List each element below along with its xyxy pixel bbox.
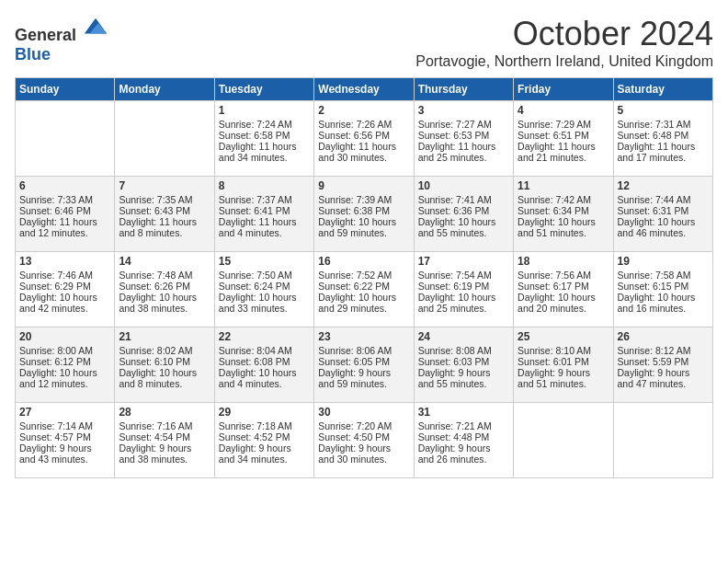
day-info: and 55 minutes.: [418, 227, 509, 238]
day-info: Sunrise: 7:52 AM: [318, 270, 409, 281]
day-info: Daylight: 9 hours: [318, 442, 409, 454]
weekday-header: Saturday: [613, 78, 712, 101]
day-info: and 43 minutes.: [19, 454, 110, 465]
day-info: Sunset: 6:01 PM: [518, 356, 609, 367]
day-info: Daylight: 9 hours: [418, 367, 509, 378]
calendar-cell: 3Sunrise: 7:27 AMSunset: 6:53 PMDaylight…: [414, 101, 513, 177]
day-info: Sunset: 6:29 PM: [19, 281, 110, 292]
day-info: Sunset: 6:36 PM: [418, 205, 509, 216]
day-info: and 26 minutes.: [418, 454, 509, 465]
day-info: and 38 minutes.: [119, 454, 210, 465]
calendar-cell: [16, 101, 115, 177]
day-info: Daylight: 10 hours: [19, 367, 110, 378]
calendar-week-row: 1Sunrise: 7:24 AMSunset: 6:58 PMDaylight…: [16, 101, 713, 177]
calendar-cell: 19Sunrise: 7:58 AMSunset: 6:15 PMDayligh…: [613, 252, 712, 327]
day-info: Daylight: 11 hours: [219, 141, 310, 152]
month-title: October 2024: [415, 15, 713, 53]
day-info: and 59 minutes.: [318, 378, 409, 389]
day-info: and 25 minutes.: [418, 303, 509, 314]
logo: General Blue: [15, 15, 108, 64]
calendar-cell: 10Sunrise: 7:41 AMSunset: 6:36 PMDayligh…: [414, 177, 513, 252]
day-info: Daylight: 11 hours: [418, 141, 509, 152]
calendar-cell: [613, 403, 712, 478]
day-info: Daylight: 9 hours: [318, 367, 409, 378]
calendar-cell: 2Sunrise: 7:26 AMSunset: 6:56 PMDaylight…: [314, 101, 414, 177]
day-info: Sunset: 6:38 PM: [318, 205, 409, 216]
day-info: Daylight: 10 hours: [618, 216, 709, 227]
day-number: 23: [318, 330, 409, 343]
day-number: 17: [418, 255, 509, 268]
day-info: Sunset: 6:17 PM: [518, 281, 609, 292]
day-info: and 34 minutes.: [219, 152, 310, 163]
day-info: and 20 minutes.: [518, 303, 609, 314]
day-number: 24: [418, 330, 509, 343]
day-info: Daylight: 10 hours: [518, 292, 609, 303]
day-number: 12: [618, 179, 709, 192]
logo-text: General Blue: [15, 15, 108, 64]
logo-general: General: [15, 26, 76, 44]
day-info: and 12 minutes.: [19, 227, 110, 238]
day-info: Sunrise: 7:14 AM: [19, 420, 110, 431]
day-info: Daylight: 9 hours: [518, 367, 609, 378]
calendar-cell: 26Sunrise: 8:12 AMSunset: 5:59 PMDayligh…: [613, 327, 712, 403]
day-info: Sunset: 6:15 PM: [618, 281, 709, 292]
calendar-cell: 27Sunrise: 7:14 AMSunset: 4:57 PMDayligh…: [16, 403, 115, 478]
day-info: and 8 minutes.: [119, 378, 210, 389]
day-info: Daylight: 10 hours: [618, 292, 709, 303]
calendar-cell: 9Sunrise: 7:39 AMSunset: 6:38 PMDaylight…: [314, 177, 414, 252]
day-info: Sunset: 4:50 PM: [318, 431, 409, 442]
calendar-cell: [514, 403, 613, 478]
day-info: Daylight: 9 hours: [19, 442, 110, 454]
day-info: Sunset: 6:41 PM: [219, 205, 310, 216]
day-info: Sunset: 4:52 PM: [219, 431, 310, 442]
day-info: and 55 minutes.: [418, 378, 509, 389]
day-number: 27: [19, 406, 110, 419]
day-info: Sunrise: 7:21 AM: [418, 420, 509, 431]
day-info: Sunrise: 7:42 AM: [518, 194, 609, 205]
day-info: Sunrise: 8:06 AM: [318, 345, 409, 356]
day-number: 30: [318, 406, 409, 419]
day-number: 31: [418, 406, 509, 419]
day-number: 18: [518, 255, 609, 268]
day-info: and 17 minutes.: [618, 152, 709, 163]
day-number: 11: [518, 179, 609, 192]
calendar-cell: 13Sunrise: 7:46 AMSunset: 6:29 PMDayligh…: [16, 252, 115, 327]
calendar-cell: 5Sunrise: 7:31 AMSunset: 6:48 PMDaylight…: [613, 101, 712, 177]
day-info: Sunrise: 7:31 AM: [618, 119, 709, 130]
day-info: and 12 minutes.: [19, 378, 110, 389]
calendar-cell: 7Sunrise: 7:35 AMSunset: 6:43 PMDaylight…: [115, 177, 214, 252]
day-info: Daylight: 9 hours: [618, 367, 709, 378]
day-info: Sunrise: 7:24 AM: [219, 119, 310, 130]
day-number: 6: [19, 179, 110, 192]
calendar-cell: 28Sunrise: 7:16 AMSunset: 4:54 PMDayligh…: [115, 403, 214, 478]
calendar-cell: 6Sunrise: 7:33 AMSunset: 6:46 PMDaylight…: [16, 177, 115, 252]
weekday-header: Tuesday: [214, 78, 313, 101]
day-info: and 51 minutes.: [518, 378, 609, 389]
day-info: Daylight: 10 hours: [219, 292, 310, 303]
day-info: Daylight: 10 hours: [318, 216, 409, 227]
calendar-cell: 30Sunrise: 7:20 AMSunset: 4:50 PMDayligh…: [314, 403, 414, 478]
day-info: Sunset: 6:08 PM: [219, 356, 310, 367]
day-info: and 8 minutes.: [119, 227, 210, 238]
day-info: Daylight: 11 hours: [19, 216, 110, 227]
day-info: Sunset: 5:59 PM: [618, 356, 709, 367]
day-info: and 33 minutes.: [219, 303, 310, 314]
calendar-week-row: 13Sunrise: 7:46 AMSunset: 6:29 PMDayligh…: [16, 252, 713, 327]
day-info: Daylight: 11 hours: [219, 216, 310, 227]
day-info: Sunset: 6:26 PM: [119, 281, 210, 292]
day-info: Sunrise: 8:10 AM: [518, 345, 609, 356]
day-info: and 47 minutes.: [618, 378, 709, 389]
day-info: Daylight: 11 hours: [518, 141, 609, 152]
day-number: 25: [518, 330, 609, 343]
logo-blue: Blue: [15, 45, 51, 63]
day-info: Sunrise: 8:08 AM: [418, 345, 509, 356]
day-info: Sunrise: 7:58 AM: [618, 270, 709, 281]
weekday-header: Thursday: [414, 78, 513, 101]
day-number: 21: [119, 330, 210, 343]
day-number: 9: [318, 179, 409, 192]
day-info: and 21 minutes.: [518, 152, 609, 163]
day-info: and 30 minutes.: [318, 152, 409, 163]
day-number: 16: [318, 255, 409, 268]
day-info: Sunset: 6:19 PM: [418, 281, 509, 292]
calendar-cell: 12Sunrise: 7:44 AMSunset: 6:31 PMDayligh…: [613, 177, 712, 252]
